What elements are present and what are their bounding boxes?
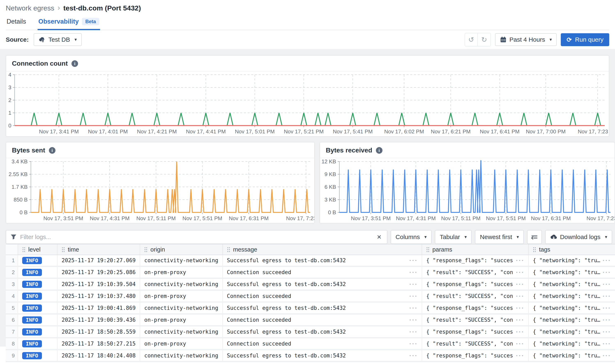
expand-params-button[interactable]: ••• [516, 342, 524, 346]
header-params[interactable]: params [422, 244, 529, 255]
tab-observability[interactable]: Observability Beta [38, 18, 100, 30]
svg-text:12 KB: 12 KB [321, 158, 336, 165]
clear-filter-button[interactable]: ✕ [375, 233, 383, 241]
cloud-database-icon [39, 36, 46, 43]
expand-params-button[interactable]: ••• [516, 258, 524, 263]
svg-text:2.55 KB: 2.55 KB [9, 171, 28, 177]
expand-message-button[interactable]: ••• [409, 353, 418, 358]
tab-details[interactable]: Details [6, 18, 27, 30]
svg-text:Nov 17, 7:00 PM: Nov 17, 7:00 PM [526, 129, 566, 135]
svg-text:0 B: 0 B [328, 209, 336, 215]
run-query-label: Run query [575, 36, 603, 43]
drag-handle-icon[interactable] [227, 247, 230, 252]
expand-params-button[interactable]: ••• [516, 294, 524, 298]
drag-handle-icon[interactable] [426, 247, 429, 252]
expand-message-button[interactable]: ••• [409, 306, 418, 310]
expand-tags-button[interactable]: ••• [602, 270, 611, 274]
cell-params: { "response_flags": "succes…••• [422, 303, 529, 313]
drag-handle-icon[interactable] [144, 247, 148, 252]
expand-message-button[interactable]: ••• [409, 282, 418, 286]
line-wrap-toggle[interactable] [527, 230, 542, 244]
expand-params-button[interactable]: ••• [516, 270, 524, 274]
expand-tags-button[interactable]: ••• [602, 282, 611, 286]
table-row[interactable]: 8 INFO 2025-11-17 18:50:27.215 on-prem-p… [6, 338, 615, 350]
table-row[interactable]: 7 INFO 2025-11-17 18:50:28.559 connectiv… [6, 326, 615, 338]
expand-params-button[interactable]: ••• [516, 306, 524, 310]
header-time[interactable]: time [57, 244, 140, 255]
header-tags[interactable]: tags [529, 244, 615, 255]
cell-message: Successful egress to test-db.com:5432••• [223, 279, 422, 289]
expand-tags-button[interactable]: ••• [602, 353, 611, 358]
svg-text:Nov 17, 6:41 PM: Nov 17, 6:41 PM [480, 129, 520, 135]
expand-message-button[interactable]: ••• [409, 318, 418, 322]
table-row[interactable]: 3 INFO 2025-11-17 19:10:39.504 connectiv… [6, 279, 615, 291]
expand-message-button[interactable]: ••• [409, 342, 418, 346]
cell-params: { "response_flags": "succes…••• [422, 326, 529, 337]
filter-logs-input[interactable] [20, 234, 371, 240]
cell-level: INFO [18, 303, 57, 313]
info-icon[interactable]: i [49, 147, 55, 154]
tab-details-label: Details [7, 18, 26, 25]
row-number: 3 [6, 279, 18, 289]
breadcrumb-parent-link[interactable]: Network egress [6, 4, 54, 12]
undo-button[interactable]: ↺ [465, 33, 478, 46]
expand-params-button[interactable]: ••• [516, 318, 524, 322]
level-badge: INFO [22, 257, 42, 264]
expand-message-button[interactable]: ••• [409, 258, 418, 263]
expand-message-button[interactable]: ••• [409, 330, 418, 334]
expand-tags-button[interactable]: ••• [602, 330, 611, 334]
bytes-received-title: Bytes received [326, 146, 372, 154]
source-select[interactable]: Test DB ▾ [34, 33, 82, 46]
expand-tags-button[interactable]: ••• [602, 294, 611, 298]
source-value: Test DB [48, 36, 70, 43]
info-icon[interactable]: i [71, 60, 78, 67]
expand-tags-button[interactable]: ••• [602, 258, 611, 263]
download-logs-button[interactable]: Download logs ▾ [545, 230, 612, 244]
expand-tags-button[interactable]: ••• [602, 342, 611, 346]
drag-handle-icon[interactable] [22, 247, 26, 252]
table-row[interactable]: 6 INFO 2025-11-17 19:00:39.436 on-prem-p… [6, 314, 615, 326]
header-origin[interactable]: origin [140, 244, 223, 255]
expand-tags-button[interactable]: ••• [602, 306, 611, 310]
table-row[interactable]: 9 INFO 2025-11-17 18:40:24.408 connectiv… [6, 350, 615, 362]
columns-select[interactable]: Columns ▾ [391, 230, 432, 244]
calendar-icon [500, 36, 506, 43]
cloud-download-icon [550, 234, 557, 240]
info-icon[interactable]: i [376, 147, 383, 154]
table-row[interactable]: 5 INFO 2025-11-17 19:00:41.869 connectiv… [6, 303, 615, 314]
table-row[interactable]: 4 INFO 2025-11-17 19:10:37.480 on-prem-p… [6, 291, 615, 303]
header-message[interactable]: message [223, 244, 422, 255]
header-level[interactable]: level [18, 244, 57, 255]
cell-origin: connectivity-networking-… [140, 326, 223, 337]
cell-message: Connection succeeded••• [223, 314, 422, 325]
drag-handle-icon[interactable] [533, 247, 536, 252]
svg-text:Nov 17, 5:11 PM: Nov 17, 5:11 PM [137, 215, 176, 221]
chevron-down-icon: ▾ [75, 37, 77, 42]
redo-button[interactable]: ↻ [478, 33, 491, 46]
sort-order-select[interactable]: Newest first ▾ [475, 230, 524, 244]
svg-text:Nov 17, 4:21 PM: Nov 17, 4:21 PM [137, 129, 177, 135]
expand-message-button[interactable]: ••• [409, 294, 418, 298]
line-wrap-icon [531, 234, 538, 240]
expand-params-button[interactable]: ••• [516, 353, 524, 358]
table-row[interactable]: 2 INFO 2025-11-17 19:20:25.086 on-prem-p… [6, 267, 615, 279]
expand-message-button[interactable]: ••• [409, 270, 418, 274]
expand-params-button[interactable]: ••• [516, 282, 524, 286]
view-mode-label: Tabular [440, 234, 460, 240]
cell-time: 2025-11-17 19:20:27.069 [57, 255, 140, 266]
drag-handle-icon[interactable] [62, 247, 65, 252]
expand-params-button[interactable]: ••• [516, 330, 524, 334]
svg-text:Nov 17, 5:51 PM: Nov 17, 5:51 PM [486, 215, 526, 221]
view-mode-select[interactable]: Tabular ▾ [435, 230, 472, 244]
table-row[interactable]: 1 INFO 2025-11-17 19:20:27.069 connectiv… [6, 255, 615, 267]
expand-tags-button[interactable]: ••• [602, 318, 611, 322]
svg-text:3.4 KB: 3.4 KB [12, 158, 27, 165]
svg-text:Nov 17, 5:01 PM: Nov 17, 5:01 PM [235, 129, 275, 135]
level-badge: INFO [22, 340, 42, 347]
time-range-select[interactable]: Past 4 Hours ▾ [495, 33, 557, 46]
svg-text:3: 3 [8, 84, 11, 91]
run-query-button[interactable]: ⟳ Run query [561, 33, 609, 46]
svg-text:1.7 KB: 1.7 KB [12, 184, 27, 190]
row-number: 9 [6, 350, 18, 361]
svg-text:Nov 17, 5:51 PM: Nov 17, 5:51 PM [182, 215, 222, 221]
